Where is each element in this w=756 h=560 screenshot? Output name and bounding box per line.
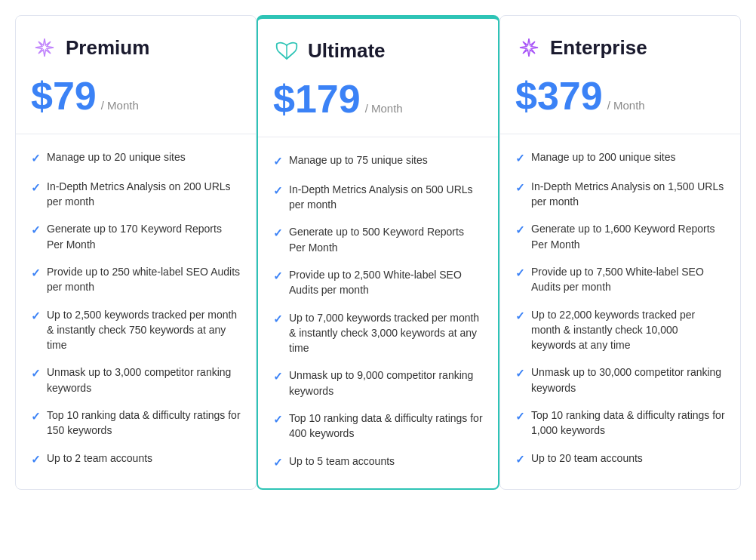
check-icon: ✓	[273, 225, 283, 242]
pricing-container: Premium $79 / Month ✓ Manage up to 20 un…	[15, 15, 741, 490]
plan-title-row: Enterprise	[515, 34, 725, 61]
check-icon: ✓	[31, 180, 41, 196]
check-icon: ✓	[515, 451, 525, 468]
feature-item: ✓ Up to 2 team accounts	[31, 451, 241, 468]
feature-text: Generate up to 170 Keyword Reports Per M…	[47, 221, 241, 252]
feature-text: In-Depth Metrics Analysis on 500 URLs pe…	[289, 182, 483, 213]
feature-item: ✓ Up to 2,500 keywords tracked per month…	[31, 307, 241, 353]
check-icon: ✓	[273, 268, 283, 285]
feature-item: ✓ Manage up to 20 unique sites	[31, 149, 241, 167]
feature-item: ✓ Manage up to 75 unique sites	[273, 152, 483, 170]
feature-text: Generate up to 1,600 Keyword Reports Per…	[531, 221, 725, 252]
feature-text: Generate up to 500 Keyword Reports Per M…	[289, 224, 483, 255]
plan-icon	[273, 37, 300, 64]
plan-price-row: $379 / Month	[515, 73, 725, 118]
feature-item: ✓ Provide up to 2,500 White-label SEO Au…	[273, 267, 483, 298]
feature-item: ✓ Manage up to 200 unique sites	[515, 149, 725, 167]
check-icon: ✓	[31, 308, 41, 325]
feature-item: ✓ Up to 20 team accounts	[515, 451, 725, 468]
plan-name: Ultimate	[308, 39, 386, 63]
feature-item: ✓ Top 10 ranking data & difficulty ratin…	[31, 408, 241, 438]
feature-item: ✓ Generate up to 170 Keyword Reports Per…	[31, 221, 241, 252]
feature-item: ✓ Unmask up to 3,000 competitor ranking …	[31, 365, 241, 395]
feature-item: ✓ Top 10 ranking data & difficulty ratin…	[273, 411, 483, 442]
check-icon: ✓	[273, 311, 283, 328]
feature-item: ✓ Generate up to 500 Keyword Reports Per…	[273, 224, 483, 255]
check-icon: ✓	[515, 150, 525, 167]
feature-item: ✓ Provide up to 7,500 White-label SEO Au…	[515, 264, 725, 295]
check-icon: ✓	[31, 408, 41, 425]
feature-text: Up to 7,000 keywords tracked per month &…	[289, 310, 483, 356]
feature-text: Up to 5 team accounts	[289, 454, 395, 469]
feature-text: Manage up to 75 unique sites	[289, 152, 428, 168]
plan-header: Ultimate $179 / Month	[258, 19, 498, 137]
plan-name: Premium	[66, 36, 149, 60]
plan-features-list: ✓ Manage up to 20 unique sites ✓ In-Dept…	[16, 134, 256, 485]
check-icon: ✓	[515, 365, 525, 382]
check-icon: ✓	[273, 153, 283, 170]
feature-text: Top 10 ranking data & difficulty ratings…	[289, 411, 483, 442]
check-icon: ✓	[273, 411, 283, 428]
feature-item: ✓ Up to 22,000 keywords tracked per mont…	[515, 307, 725, 353]
plan-price: $379	[515, 73, 603, 118]
check-icon: ✓	[515, 180, 525, 196]
feature-item: ✓ In-Depth Metrics Analysis on 1,500 URL…	[515, 179, 725, 210]
plan-title-row: Ultimate	[273, 37, 483, 64]
feature-text: Provide up to 250 white-label SEO Audits…	[47, 264, 241, 295]
check-icon: ✓	[515, 308, 525, 325]
feature-text: Unmask up to 30,000 competitor ranking k…	[531, 365, 725, 395]
check-icon: ✓	[31, 265, 41, 282]
plan-icon	[515, 34, 542, 61]
plan-price: $179	[273, 76, 361, 122]
feature-item: ✓ Unmask up to 30,000 competitor ranking…	[515, 365, 725, 395]
plan-card-premium: Premium $79 / Month ✓ Manage up to 20 un…	[15, 15, 257, 490]
feature-item: ✓ Provide up to 250 white-label SEO Audi…	[31, 264, 241, 295]
feature-text: Up to 2 team accounts	[47, 451, 152, 466]
feature-text: In-Depth Metrics Analysis on 1,500 URLs …	[531, 179, 725, 210]
plan-price-row: $179 / Month	[273, 76, 483, 122]
feature-text: Provide up to 7,500 White-label SEO Audi…	[531, 264, 725, 295]
check-icon: ✓	[273, 368, 283, 385]
feature-item: ✓ In-Depth Metrics Analysis on 500 URLs …	[273, 182, 483, 213]
check-icon: ✓	[273, 454, 283, 471]
feature-text: Top 10 ranking data & difficulty ratings…	[531, 408, 725, 438]
plan-period: / Month	[607, 99, 645, 112]
plan-header: Premium $79 / Month	[16, 16, 256, 134]
feature-item: ✓ Generate up to 1,600 Keyword Reports P…	[515, 221, 725, 252]
check-icon: ✓	[31, 222, 41, 238]
feature-text: In-Depth Metrics Analysis on 200 URLs pe…	[47, 179, 241, 210]
plan-name: Enterprise	[550, 36, 647, 60]
plan-period: / Month	[101, 99, 139, 112]
feature-text: Manage up to 200 unique sites	[531, 149, 675, 165]
check-icon: ✓	[515, 408, 525, 425]
check-icon: ✓	[515, 222, 525, 238]
feature-text: Provide up to 2,500 White-label SEO Audi…	[289, 267, 483, 298]
feature-text: Up to 22,000 keywords tracked per month …	[531, 307, 725, 353]
plan-card-enterprise: Enterprise $379 / Month ✓ Manage up to 2…	[499, 15, 741, 490]
check-icon: ✓	[273, 183, 283, 199]
feature-text: Unmask up to 3,000 competitor ranking ke…	[47, 365, 241, 395]
feature-item: ✓ Up to 5 team accounts	[273, 454, 483, 471]
plan-title-row: Premium	[31, 34, 241, 61]
check-icon: ✓	[31, 365, 41, 382]
feature-text: Manage up to 20 unique sites	[47, 149, 186, 165]
feature-item: ✓ Unmask up to 9,000 competitor ranking …	[273, 368, 483, 398]
check-icon: ✓	[31, 451, 41, 468]
feature-item: ✓ In-Depth Metrics Analysis on 200 URLs …	[31, 179, 241, 210]
feature-text: Up to 20 team accounts	[531, 451, 643, 466]
plan-header: Enterprise $379 / Month	[500, 16, 740, 134]
check-icon: ✓	[515, 265, 525, 282]
plan-price: $79	[31, 73, 97, 118]
plan-features-list: ✓ Manage up to 200 unique sites ✓ In-Dep…	[500, 134, 740, 485]
plan-period: / Month	[365, 102, 403, 115]
plan-features-list: ✓ Manage up to 75 unique sites ✓ In-Dept…	[258, 137, 498, 488]
feature-text: Unmask up to 9,000 competitor ranking ke…	[289, 368, 483, 398]
plan-price-row: $79 / Month	[31, 73, 241, 118]
feature-item: ✓ Top 10 ranking data & difficulty ratin…	[515, 408, 725, 438]
plan-icon	[31, 34, 58, 61]
feature-text: Top 10 ranking data & difficulty ratings…	[47, 408, 241, 438]
feature-text: Up to 2,500 keywords tracked per month &…	[47, 307, 241, 353]
check-icon: ✓	[31, 150, 41, 167]
feature-item: ✓ Up to 7,000 keywords tracked per month…	[273, 310, 483, 356]
plan-card-ultimate: Ultimate $179 / Month ✓ Manage up to 75 …	[257, 15, 499, 490]
